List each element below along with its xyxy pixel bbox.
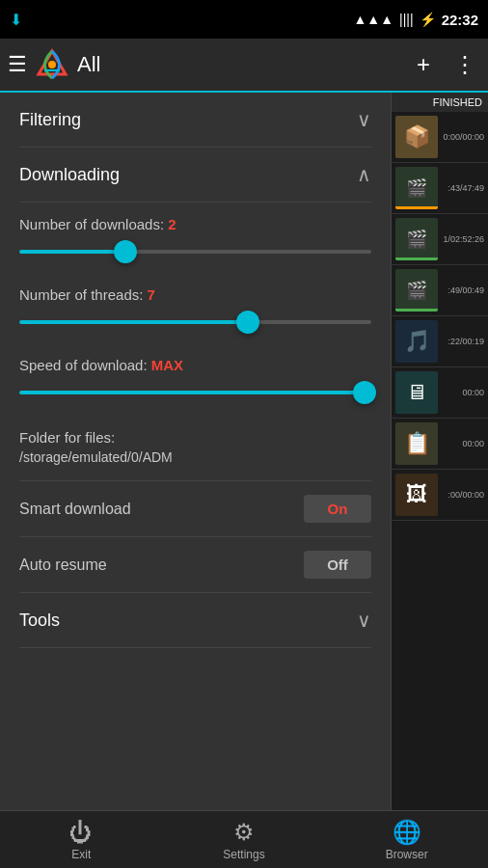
num-downloads-fill [19, 250, 125, 254]
filtering-arrow-icon: ∨ [357, 108, 371, 131]
speed-value: MAX [151, 357, 183, 373]
auto-resume-toggle[interactable]: Off [304, 551, 371, 579]
video-icon: 🎬 [406, 280, 427, 301]
num-threads-label: Number of threads: 7 [19, 286, 371, 303]
status-bar: ⬇ ▲▲▲ |||| ⚡ 22:32 [0, 0, 488, 39]
monitor-icon: 🖥 [406, 380, 427, 405]
right-panel: FINISHED 📦 0:00/00:00 🎬 :43/47:49 🎬 1/02… [391, 93, 488, 810]
archive-icon: 📦 [404, 124, 430, 149]
speed-track [19, 391, 371, 394]
num-threads-slider[interactable] [19, 312, 371, 332]
svg-point-0 [48, 61, 56, 68]
media-thumbnail: 🖥 [395, 371, 438, 414]
list-item[interactable]: 📋 00:00 [392, 419, 488, 470]
num-downloads-label: Number of downloads: 2 [19, 216, 371, 232]
num-threads-thumb[interactable] [236, 311, 259, 334]
list-item[interactable]: 🎬 1/02:52:26 [392, 214, 488, 265]
download-indicator: ⬇ [10, 11, 22, 29]
filtering-title: Filtering [19, 110, 81, 130]
settings-panel: Filtering ∨ Downloading ∧ Number of down… [0, 93, 391, 810]
media-time: 1/02:52:26 [443, 234, 484, 244]
finished-label: FINISHED [392, 93, 488, 112]
media-time: 0:00/00:00 [443, 132, 484, 142]
speed-label: Speed of download: MAX [19, 357, 371, 373]
media-thumbnail: 🖼 [395, 474, 438, 516]
media-thumbnail: 🎵 [395, 320, 438, 363]
progress-bar [395, 258, 438, 260]
num-downloads-row: Number of downloads: 2 [19, 203, 371, 273]
media-time: :22/00:19 [447, 337, 484, 346]
progress-bar [395, 309, 438, 312]
status-bar-right: ▲▲▲ |||| ⚡ 22:32 [354, 12, 479, 28]
list-item[interactable]: 🎬 :49/00:49 [392, 265, 488, 316]
num-threads-row: Number of threads: 7 [19, 273, 371, 343]
list-item[interactable]: 🎵 :22/00:19 [392, 316, 488, 367]
browser-label: Browser [386, 848, 428, 861]
media-time: 00:00 [462, 388, 484, 397]
smart-download-label: Smart download [19, 501, 131, 518]
media-time: :43/47:49 [447, 183, 484, 193]
auto-resume-label: Auto resume [19, 556, 107, 574]
wifi-icon: ▲▲▲ [354, 12, 394, 27]
media-thumbnail: 📋 [395, 422, 438, 465]
media-thumbnail: 🎬 [395, 269, 438, 312]
exit-label: Exit [71, 848, 91, 861]
num-threads-track [19, 320, 371, 324]
music-icon: 🎵 [404, 329, 430, 354]
list-item[interactable]: 🎬 :43/47:49 [392, 163, 488, 214]
downloading-content: Number of downloads: 2 Number of threads… [0, 203, 391, 592]
settings-label: Settings [223, 848, 264, 861]
media-thumbnail: 🎬 [395, 167, 438, 209]
media-thumbnail: 🎬 [395, 218, 438, 260]
media-time: :00/00:00 [447, 490, 484, 500]
speed-row: Speed of download: MAX [19, 343, 371, 414]
downloading-section-header[interactable]: Downloading ∧ [0, 148, 391, 202]
num-downloads-track [19, 250, 371, 254]
tools-arrow-icon: ∨ [357, 609, 371, 632]
num-threads-value: 7 [148, 286, 155, 303]
auto-resume-row: Auto resume Off [19, 536, 371, 592]
folder-row: Folder for files: /storage/emulated/0/AD… [19, 414, 371, 480]
num-downloads-value: 2 [168, 216, 176, 232]
speed-thumb[interactable] [353, 381, 376, 404]
signal-icon: |||| [399, 12, 414, 27]
speed-fill [19, 391, 365, 394]
main-layout: Filtering ∨ Downloading ∧ Number of down… [0, 93, 488, 810]
smart-download-toggle[interactable]: On [304, 495, 371, 523]
downloading-title: Downloading [19, 165, 120, 185]
top-bar: ☰ All + ⋮ [0, 39, 488, 93]
folder-path: /storage/emulated/0/ADM [19, 449, 371, 465]
list-item[interactable]: 🖼 :00/00:00 [392, 470, 488, 521]
nav-settings[interactable]: ⚙ Settings [163, 819, 326, 861]
folder-label: Folder for files: [19, 429, 371, 446]
smart-download-row: Smart download On [19, 480, 371, 536]
menu-button[interactable]: ☰ [8, 52, 27, 77]
bottom-nav: ⏻ Exit ⚙ Settings 🌐 Browser [0, 810, 488, 868]
speed-slider[interactable] [19, 383, 371, 402]
media-time: 00:00 [462, 439, 484, 448]
time-display: 22:32 [442, 12, 478, 28]
more-menu-button[interactable]: ⋮ [449, 47, 480, 82]
settings-icon: ⚙ [233, 819, 255, 846]
status-bar-left: ⬇ [10, 11, 22, 29]
num-downloads-slider[interactable] [19, 242, 371, 261]
video-icon: 🎬 [406, 229, 427, 250]
document-icon: 📋 [404, 431, 430, 456]
tools-section-header[interactable]: Tools ∨ [0, 593, 391, 647]
tools-title: Tools [19, 610, 60, 631]
nav-browser[interactable]: 🌐 Browser [325, 819, 488, 861]
app-logo [35, 47, 69, 82]
num-threads-fill [19, 320, 248, 324]
nav-exit[interactable]: ⏻ Exit [0, 819, 163, 861]
filtering-section-header[interactable]: Filtering ∨ [0, 93, 391, 147]
video-icon: 🎬 [406, 177, 427, 199]
downloading-arrow-icon: ∧ [357, 163, 371, 186]
tools-divider-bottom [19, 647, 371, 648]
list-item[interactable]: 🖥 00:00 [392, 367, 488, 419]
image-icon: 🖼 [406, 482, 427, 507]
exit-icon: ⏻ [69, 819, 93, 846]
list-item[interactable]: 📦 0:00/00:00 [392, 112, 488, 163]
add-button[interactable]: + [413, 47, 434, 82]
app-title: All [77, 52, 413, 77]
num-downloads-thumb[interactable] [114, 240, 137, 263]
